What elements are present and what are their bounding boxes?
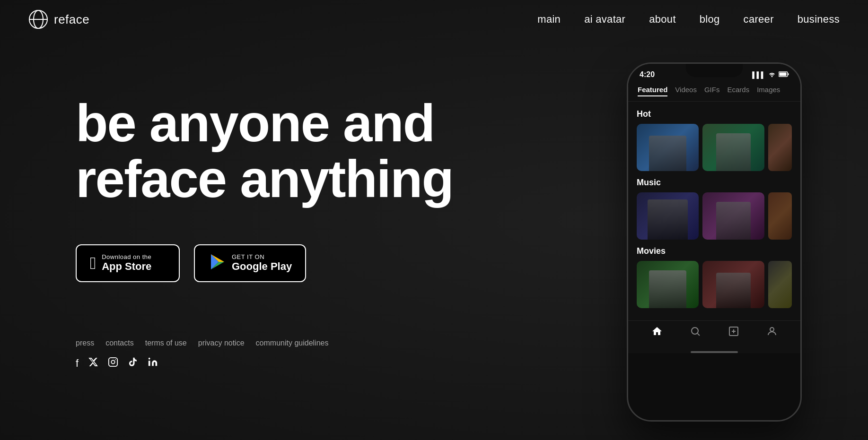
wifi-icon [768, 71, 776, 78]
thumb-movie-1[interactable] [637, 261, 699, 308]
nav-item-business[interactable]: business [798, 13, 840, 26]
facebook-icon[interactable]: f [76, 357, 79, 370]
thumb-music-1[interactable] [637, 192, 699, 240]
thumb-music-3[interactable] [768, 192, 792, 240]
hero-headline: be anyone and reface anything [76, 95, 501, 207]
nav-item-ai-avatar[interactable]: ai avatar [584, 13, 625, 26]
signal-icon: ▌▌▌ [752, 71, 765, 78]
linkedin-icon[interactable] [148, 357, 158, 370]
phone-nav-create-icon[interactable] [728, 326, 739, 340]
nav-links: main ai avatar about blog career busines… [537, 13, 840, 26]
nav-item-blog[interactable]: blog [700, 13, 720, 26]
thumb-hot-2[interactable] [702, 124, 764, 171]
phone-home-bar [691, 351, 738, 353]
phone-content: Hot [628, 102, 800, 320]
thumb-hot-3[interactable] [768, 124, 792, 171]
svg-rect-8 [109, 358, 117, 366]
tiktok-icon[interactable] [128, 357, 138, 370]
movies-thumbnails [637, 261, 792, 308]
footer-contacts[interactable]: contacts [105, 339, 134, 347]
section-movies-title: Movies [637, 246, 792, 256]
headline-line2: reface anything [76, 149, 453, 208]
footer-community[interactable]: community guidelines [256, 339, 329, 347]
instagram-icon[interactable] [108, 357, 118, 370]
phone-nav-home-icon[interactable] [651, 326, 663, 340]
tab-images[interactable]: Images [757, 86, 780, 96]
tab-featured[interactable]: Featured [638, 86, 667, 96]
phone-mockup: 4:20 ▌▌▌ [627, 62, 802, 422]
app-store-big-text: App Store [102, 260, 151, 273]
google-play-big-text: Google Play [232, 260, 292, 273]
phone-notch [686, 64, 743, 77]
battery-icon [779, 71, 789, 78]
thumb-hot-1[interactable] [637, 124, 699, 171]
footer-links: press contacts terms of use privacy noti… [76, 339, 501, 347]
google-play-icon [208, 253, 226, 274]
svg-rect-13 [780, 72, 787, 76]
tab-gifs[interactable]: GIFs [704, 86, 720, 96]
nav-item-career[interactable]: career [744, 13, 774, 26]
social-icons: f [76, 357, 501, 370]
footer-terms[interactable]: terms of use [145, 339, 187, 347]
tab-ecards[interactable]: Ecards [727, 86, 749, 96]
google-play-button[interactable]: GET IT ON Google Play [194, 244, 306, 282]
svg-point-11 [149, 358, 150, 360]
google-play-small-text: GET IT ON [232, 253, 292, 260]
section-hot-title: Hot [637, 109, 792, 119]
thumb-movie-3[interactable] [768, 261, 792, 308]
twitter-icon[interactable] [88, 357, 98, 370]
svg-rect-14 [788, 73, 789, 75]
phone-nav-profile-icon[interactable] [766, 326, 778, 340]
phone-time: 4:20 [640, 70, 655, 79]
phone-nav-search-icon[interactable] [690, 326, 701, 340]
tab-videos[interactable]: Videos [675, 86, 697, 96]
footer-press[interactable]: press [76, 339, 94, 347]
app-store-small-text: Download on the [102, 253, 151, 260]
hero-left: be anyone and reface anything  Download… [76, 58, 501, 370]
phone-status-icons: ▌▌▌ [752, 71, 789, 78]
logo-text: reface [54, 12, 89, 27]
svg-line-16 [697, 334, 699, 336]
phone-screen: 4:20 ▌▌▌ [628, 64, 800, 353]
app-store-text: Download on the App Store [102, 253, 151, 273]
phone-device: 4:20 ▌▌▌ [627, 62, 802, 422]
footer-privacy[interactable]: privacy notice [198, 339, 245, 347]
music-thumbnails [637, 192, 792, 240]
navigation: reface main ai avatar about blog career … [0, 0, 868, 39]
thumb-music-2[interactable] [702, 192, 764, 240]
app-store-button[interactable]:  Download on the App Store [76, 244, 180, 282]
svg-point-15 [692, 328, 698, 334]
phone-tabs: Featured Videos GIFs Ecards Images [628, 82, 800, 102]
logo[interactable]: reface [28, 9, 89, 29]
nav-item-about[interactable]: about [649, 13, 676, 26]
hot-thumbnails [637, 124, 792, 171]
logo-icon [28, 9, 48, 29]
google-play-text: GET IT ON Google Play [232, 253, 292, 273]
thumb-movie-2[interactable] [702, 261, 764, 308]
svg-point-10 [115, 359, 116, 360]
headline-line1: be anyone and [76, 94, 434, 153]
svg-point-20 [770, 328, 774, 331]
store-buttons:  Download on the App Store [76, 244, 501, 282]
phone-bottom-nav [628, 320, 800, 348]
nav-item-main[interactable]: main [537, 13, 561, 26]
hero-section: be anyone and reface anything  Download… [0, 39, 868, 440]
svg-point-9 [111, 361, 114, 364]
section-music-title: Music [637, 178, 792, 188]
apple-icon:  [90, 255, 96, 272]
